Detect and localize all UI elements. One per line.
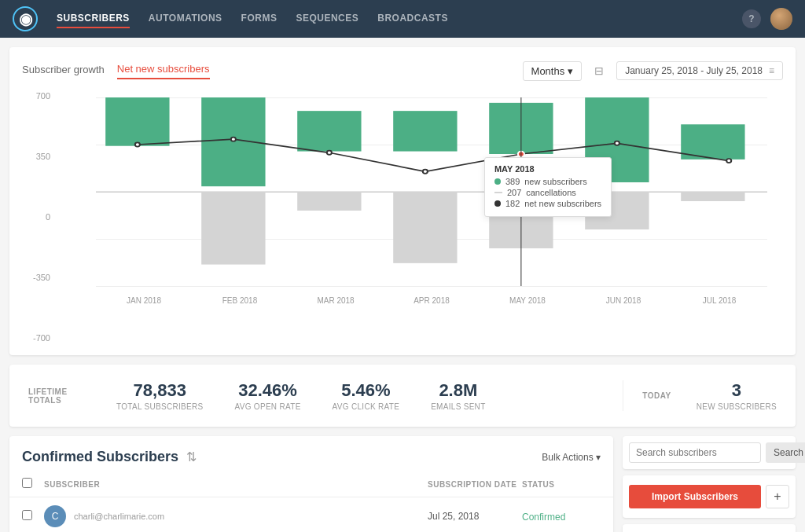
dot-jul [726, 159, 731, 163]
chart-controls: Months ▾ ⊟ January 25, 2018 - July 25, 2… [523, 60, 783, 82]
bottom-section: Confirmed Subscribers ⇅ Bulk Actions ▾ S… [9, 436, 796, 532]
right-panel: Search Import Subscribers + All Subscrib… [623, 436, 796, 532]
stat-total-subscribers: 78,833 TOTAL SUBSCRIBERS [116, 380, 204, 411]
row-1-status-badge: Confirmed [522, 512, 565, 523]
row-1-email[interactable]: charli@charlimarie.com [74, 512, 164, 521]
dot-feb [231, 138, 236, 141]
subscribers-title: Confirmed Subscribers [22, 449, 178, 465]
user-avatar[interactable] [770, 8, 792, 30]
sort-icon[interactable]: ⇅ [186, 449, 197, 464]
period-dropdown[interactable]: Months ▾ [523, 61, 583, 81]
import-subscribers-button[interactable]: Import Subscribers [629, 485, 761, 508]
dot-mar [327, 151, 332, 155]
stat-click-desc: AVG CLICK RATE [333, 402, 400, 411]
row-1-avatar: C [44, 505, 66, 527]
chart-header: Subscriber growth Net new subscribers Mo… [22, 60, 783, 82]
navbar-right: ? [742, 8, 792, 30]
x-label-feb: FEB 2018 [192, 289, 288, 311]
tooltip-gray-line [494, 192, 502, 193]
dot-apr [423, 170, 428, 174]
stat-new-value: 3 [697, 380, 777, 401]
tooltip-net: 182 net new subscribers [494, 199, 601, 208]
bar-jul-neg [681, 192, 744, 201]
tooltip-new-subscribers: 389 new subscribers [494, 177, 601, 186]
search-button[interactable]: Search [766, 442, 805, 463]
tooltip-new-label: new subscribers [524, 177, 586, 186]
tooltip-cancel-label: cancellations [526, 188, 576, 197]
add-button[interactable]: + [766, 485, 789, 508]
today-section: TODAY 3 NEW SUBSCRIBERS [642, 380, 777, 411]
y-label--350: -350 [22, 273, 50, 282]
chart-inner: JAN 2018 FEB 2018 MAR 2018 APR 2018 MAY … [61, 97, 767, 311]
bar-mar-pos [297, 111, 361, 151]
date-range[interactable]: January 25, 2018 - July 25, 2018 ≡ [616, 61, 783, 80]
lifetime-label: LIFETIME TOTALS [28, 387, 91, 405]
x-labels: JAN 2018 FEB 2018 MAR 2018 APR 2018 MAY … [96, 289, 767, 311]
today-label: TODAY [642, 391, 671, 400]
search-input[interactable] [629, 442, 761, 463]
period-label: Months [531, 65, 565, 77]
tooltip-cancellations: 207 cancellations [494, 188, 601, 197]
tab-net-new[interactable]: Net new subscribers [117, 63, 210, 79]
x-label-apr: APR 2018 [384, 289, 480, 311]
row-1-status: Confirmed [522, 511, 601, 523]
stat-open-value: 32.46% [235, 380, 301, 401]
import-box: Import Subscribers + [623, 475, 796, 518]
bar-apr-pos [393, 111, 457, 151]
tooltip-green-dot [494, 178, 501, 185]
logo[interactable]: ◉ [13, 6, 38, 31]
chart-container: 700 350 0 -350 -700 [22, 91, 783, 343]
x-label-may: MAY 2018 [480, 289, 575, 311]
stats-section: LIFETIME TOTALS 78,833 TOTAL SUBSCRIBERS… [9, 365, 796, 427]
stat-total-desc: TOTAL SUBSCRIBERS [116, 402, 204, 411]
x-label-mar: MAR 2018 [288, 289, 384, 311]
bar-apr-neg [393, 192, 457, 263]
chart-tabs: Subscriber growth Net new subscribers [22, 63, 210, 79]
select-all-checkbox[interactable] [22, 478, 32, 488]
nav-subscribers[interactable]: SUBSCRIBERS [57, 9, 130, 28]
segments-box: All Subscribers 78,372 SUBSCRIBERS ⊕ Seg… [623, 524, 796, 532]
table-row: C charli@charlimarie.com Jul 25, 2018 Co… [9, 497, 613, 532]
tooltip-net-label: net new subscribers [524, 199, 601, 208]
nav-forms[interactable]: FORMS [241, 9, 278, 28]
row-1-info: charli@charlimarie.com [74, 512, 164, 521]
stat-emails-value: 2.8M [431, 380, 485, 401]
grid-line-bottom [96, 286, 767, 287]
stat-new-desc: NEW SUBSCRIBERS [697, 402, 777, 411]
stats-items: 78,833 TOTAL SUBSCRIBERS 32.46% AVG OPEN… [116, 380, 604, 411]
col-header-subscriber: SUBSCRIBER [44, 480, 428, 489]
chevron-down-icon: ▾ [568, 65, 573, 77]
stat-click-value: 5.46% [333, 380, 400, 401]
bulk-actions-dropdown[interactable]: Bulk Actions ▾ [542, 452, 601, 463]
tooltip-new-count: 389 [505, 177, 520, 186]
main-nav: SUBSCRIBERS AUTOMATIONS FORMS SEQUENCES … [57, 9, 742, 28]
col-header-date: SUBSCRIPTION DATE [428, 480, 522, 489]
list-icon: ≡ [769, 65, 774, 76]
help-button[interactable]: ? [742, 9, 761, 28]
bar-feb-neg [201, 192, 265, 265]
search-box: Search [623, 436, 796, 469]
chart-tooltip: MAY 2018 389 new subscribers 207 cancell… [484, 157, 612, 217]
stat-emails-sent: 2.8M EMAILS SENT [431, 380, 485, 411]
tab-subscriber-growth[interactable]: Subscriber growth [22, 64, 105, 79]
date-range-text: January 25, 2018 - July 25, 2018 [625, 65, 763, 76]
row-1-checkbox[interactable] [22, 510, 32, 520]
dot-jan [135, 142, 140, 146]
nav-broadcasts[interactable]: BROADCASTS [377, 9, 448, 28]
tooltip-title: MAY 2018 [494, 164, 601, 174]
dot-jun [615, 141, 619, 145]
bar-jan-pos [105, 97, 169, 146]
stat-open-desc: AVG OPEN RATE [235, 402, 301, 411]
avatar-image [770, 8, 792, 30]
stats-divider [623, 380, 623, 411]
y-label-350: 350 [22, 152, 50, 161]
nav-automations[interactable]: AUTOMATIONS [149, 9, 222, 28]
x-label-jan: JAN 2018 [96, 289, 192, 311]
tooltip-net-count: 182 [505, 199, 520, 208]
chart-section: Subscriber growth Net new subscribers Mo… [9, 47, 796, 355]
y-label-700: 700 [22, 91, 50, 101]
nav-sequences[interactable]: SEQUENCES [296, 9, 358, 28]
stat-click-rate: 5.46% AVG CLICK RATE [333, 380, 400, 411]
row-1-subscriber: C charli@charlimarie.com [44, 505, 428, 527]
filter-icon[interactable]: ⊟ [588, 60, 610, 82]
